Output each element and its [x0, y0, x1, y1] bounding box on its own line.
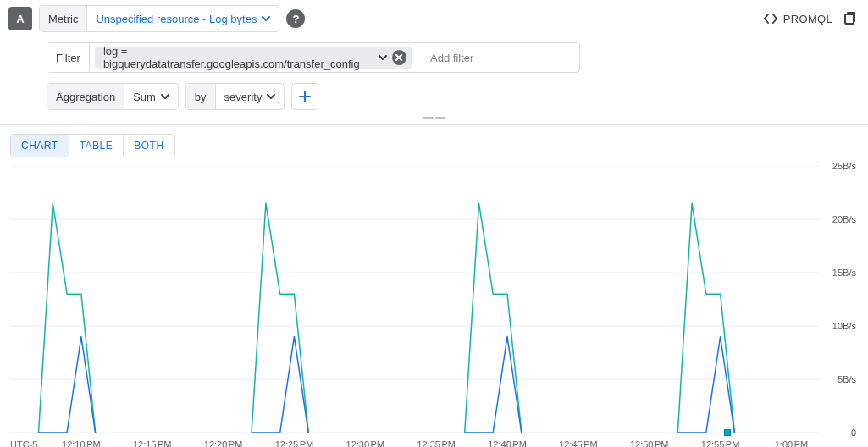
x-tick-label: 12:20 PM: [204, 439, 243, 447]
groupby-field: severity: [224, 91, 263, 103]
time-cursor-marker[interactable]: [724, 429, 731, 436]
aggregation-selector[interactable]: Aggregation Sum: [47, 83, 179, 110]
x-tick-label: 12:25 PM: [275, 439, 314, 447]
y-tick-label: 0: [851, 428, 856, 438]
x-tick-label: 12:10 PM: [62, 439, 101, 447]
tab-table[interactable]: TABLE: [69, 135, 124, 157]
x-tick-label: 12:50 PM: [630, 439, 669, 447]
groupby-selector[interactable]: by severity: [185, 83, 285, 110]
add-filter-input[interactable]: [423, 52, 579, 64]
help-icon[interactable]: ?: [286, 9, 305, 28]
x-tick-label: 12:45 PM: [559, 439, 598, 447]
chevron-down-icon: [161, 94, 169, 99]
y-tick-label: 15B/s: [832, 268, 856, 278]
x-tick-label: 1:00 PM: [775, 439, 808, 447]
view-tabs: CHART TABLE BOTH: [10, 134, 175, 157]
svg-rect-0: [845, 14, 854, 24]
aggregation-label: Aggregation: [47, 84, 124, 109]
promql-label: PROMQL: [783, 13, 832, 25]
x-tick-label: 12:35 PM: [417, 439, 456, 447]
filter-label: Filter: [47, 43, 90, 72]
x-tick-label: 12:30 PM: [346, 439, 385, 447]
groupby-label: by: [186, 84, 215, 109]
code-icon: [763, 13, 778, 25]
y-tick-label: 25B/s: [832, 161, 856, 171]
chevron-down-icon: [379, 55, 387, 60]
query-badge[interactable]: A: [8, 7, 32, 30]
add-aggregation-button[interactable]: [291, 83, 318, 110]
metric-selector[interactable]: Metric Unspecified resource - Log bytes: [39, 5, 279, 32]
aggregation-fn: Sum: [133, 91, 156, 103]
metric-label: Metric: [40, 6, 87, 31]
tab-both[interactable]: BOTH: [123, 135, 174, 157]
filter-bar[interactable]: Filter log = bigquerydatatransfer.google…: [47, 42, 580, 73]
drag-handle-icon[interactable]: [423, 117, 445, 119]
chevron-down-icon: [267, 94, 275, 99]
x-tick-label: 12:40 PM: [488, 439, 527, 447]
remove-filter-icon[interactable]: [392, 50, 406, 65]
copy-icon[interactable]: [838, 7, 860, 31]
plus-icon: [299, 91, 311, 102]
metric-value: Unspecified resource - Log bytes: [96, 13, 257, 25]
x-tick-label: 12:55 PM: [701, 439, 740, 447]
filter-chip-text: log = bigquerydatatransfer.googleapis.co…: [103, 45, 373, 70]
line-chart[interactable]: [10, 166, 858, 447]
promql-button[interactable]: PROMQL: [758, 9, 838, 29]
x-tick-label: 12:15 PM: [133, 439, 172, 447]
chart-area: UTC-5 ERROR INFO 05B/s10B/s15B/s20B/s25B…: [10, 166, 858, 447]
filter-chip[interactable]: log = bigquerydatatransfer.googleapis.co…: [95, 47, 412, 69]
tab-chart[interactable]: CHART: [11, 135, 69, 157]
y-tick-label: 20B/s: [832, 214, 856, 224]
y-tick-label: 5B/s: [838, 374, 856, 384]
timezone-label: UTC-5: [10, 439, 37, 447]
y-tick-label: 10B/s: [832, 321, 856, 331]
chevron-down-icon: [262, 16, 270, 21]
